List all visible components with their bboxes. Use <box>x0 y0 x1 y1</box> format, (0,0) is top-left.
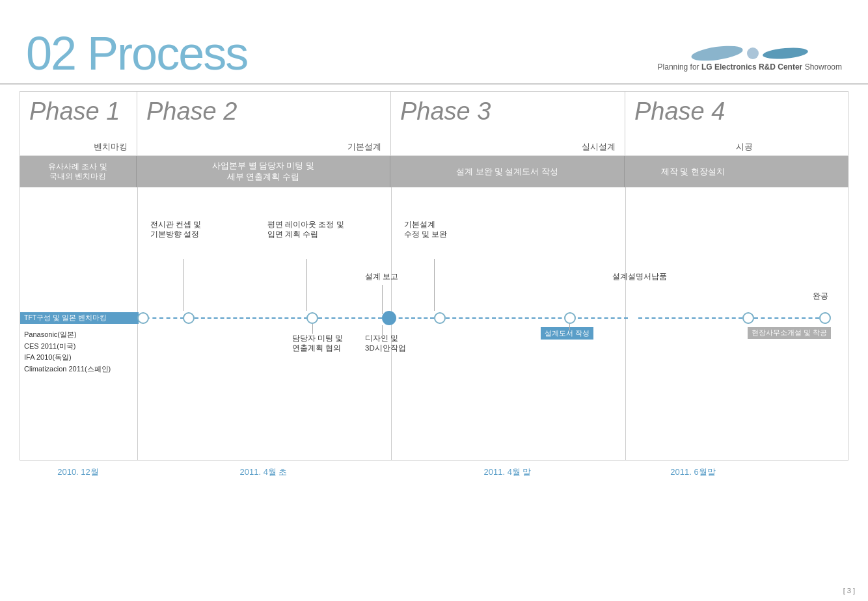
vline-n4 <box>382 285 383 314</box>
phase1-below: Panasonic(일본) CES 2011(미국) IFA 2010(독일) … <box>24 329 111 375</box>
phase2-header: Phase 2 기본설계 <box>137 92 391 155</box>
tl-node-2 <box>183 312 195 324</box>
tl-node-3 <box>306 312 318 324</box>
desc-cell-3: 설계 보완 및 설계도서 작성 <box>390 156 625 187</box>
phase4-label: Phase 4 <box>634 98 753 126</box>
phase1-label: Phase 1 <box>29 98 128 126</box>
phase4-header: Phase 4 시공 <box>625 92 762 155</box>
phase3-header: Phase 3 실시설계 <box>391 92 625 155</box>
label-n3-below: 담당자 미팅 및연출계획 협의 <box>292 334 343 353</box>
logo-shapes <box>691 47 808 60</box>
phase-headers: Phase 1 벤치마킹 Phase 2 기본설계 Phase 3 실시설계 P… <box>20 91 848 156</box>
label-n7-below: 현장사무소개설 및 착공 <box>748 327 831 339</box>
label-n8-above: 완공 <box>813 291 828 301</box>
page-title: 02 Process <box>26 30 247 77</box>
phase1-below-line3: IFA 2010(독일) <box>24 352 111 364</box>
date-cell-2: 2011. 4월 초 <box>137 466 390 478</box>
logo-shape-2 <box>747 47 759 59</box>
phase3-label: Phase 3 <box>400 98 616 126</box>
label-n2-above: 전시관 컨셉 및기본방향 설정 <box>150 220 201 239</box>
label-n4-below: 디자인 및3D시안작업 <box>365 334 406 353</box>
phase1-blue-bar: TFT구성 및 일본 벤치마킹 <box>20 312 139 324</box>
logo-area: Planning for LG Electronics R&D Center S… <box>658 47 842 77</box>
dash-seg-2 <box>195 317 308 319</box>
dash-seg-7 <box>754 317 819 319</box>
date-row: 2010. 12월 2011. 4월 초 2011. 4월 말 2011. 6월… <box>20 461 848 484</box>
subtitle-brand: LG Electronics R&D Center <box>701 62 802 72</box>
header: 02 Process Planning for LG Electronics R… <box>0 0 868 85</box>
logo-shape-3 <box>763 46 809 60</box>
timeline-area: 전시관 컨셉 및기본방향 설정 평면 레이아웃 조정 및입면 계획 수립 설계 … <box>20 187 848 461</box>
vline-n2 <box>183 259 183 311</box>
tl-node-1 <box>137 312 149 324</box>
dash-seg-4 <box>392 317 434 319</box>
label-n6-above: 기본설계수정 및 보완 <box>404 220 447 239</box>
desc-cell-1: 유사사례 조사 및국내외 벤치마킹 <box>20 156 137 187</box>
subtitle-pre: Planning for <box>658 62 701 72</box>
phase1-below-line1: Panasonic(일본) <box>24 329 111 341</box>
phase2-label: Phase 2 <box>146 98 381 126</box>
dash-seg-6 <box>638 317 742 319</box>
main-content: Phase 1 벤치마킹 Phase 2 기본설계 Phase 3 실시설계 P… <box>20 91 848 588</box>
phase3-sublabel: 실시설계 <box>582 141 616 153</box>
date-cell-4: 2011. 6월말 <box>625 466 761 478</box>
vline-n3 <box>306 259 307 311</box>
desc-cell-2: 사업본부 별 담당자 미팅 및세부 연출계획 수립 <box>137 156 390 187</box>
phase1-below-line4: Climatizacion 2011(스페인) <box>24 364 111 375</box>
label-n4-above: 설계 보고 <box>365 272 398 282</box>
date-cell-3: 2011. 4월 말 <box>390 466 625 478</box>
label-n3-above: 평면 레이아웃 조정 및입면 계획 수립 <box>267 220 344 239</box>
phase2-sublabel: 기본설계 <box>347 141 381 153</box>
dash-seg-3 <box>318 317 382 319</box>
tl-node-4 <box>382 311 396 325</box>
header-subtitle: Planning for LG Electronics R&D Center S… <box>658 62 842 72</box>
dash-seg-5 <box>446 317 628 319</box>
phase1-below-line2: CES 2011(미국) <box>24 341 111 353</box>
subtitle-post: Showroom <box>802 62 842 72</box>
tl-node-6 <box>564 312 576 324</box>
desc-row: 유사사례 조사 및국내외 벤치마킹 사업본부 별 담당자 미팅 및세부 연출계획… <box>20 156 848 187</box>
label-n7-above: 설계설명서납품 <box>612 272 667 282</box>
tl-node-8 <box>819 312 831 324</box>
phase1-header: Phase 1 벤치마킹 <box>20 92 137 155</box>
desc-cell-4: 제작 및 현장설치 <box>625 156 761 187</box>
phase1-bar-text: TFT구성 및 일본 벤치마킹 <box>24 314 107 323</box>
phase1-sublabel: 벤치마킹 <box>94 141 128 153</box>
vline-n3-below <box>312 324 313 334</box>
tl-node-5 <box>434 312 446 324</box>
logo-shape-1 <box>690 44 744 64</box>
vline-n4-below <box>382 325 383 335</box>
date-cell-1: 2010. 12월 <box>20 466 137 478</box>
page-number: [ 3 ] <box>843 587 855 594</box>
label-n6-below: 설계도서 작성 <box>541 327 593 340</box>
tl-node-7 <box>742 312 754 324</box>
phase4-sublabel: 시공 <box>736 141 753 153</box>
vline-n6 <box>434 259 435 311</box>
vline-n6-below <box>569 324 570 330</box>
